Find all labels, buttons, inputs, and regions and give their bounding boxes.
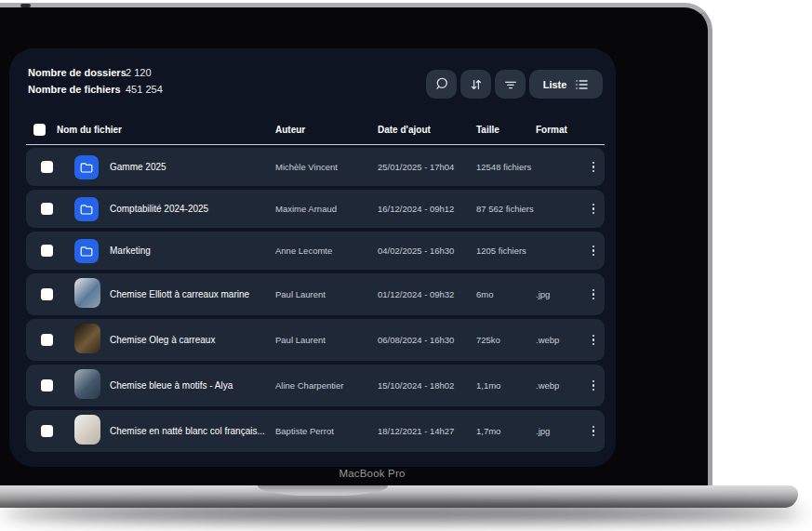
table-row[interactable]: Chemise en natté blanc col français... B… [26, 410, 605, 452]
row-icon-cell [74, 369, 110, 403]
file-date: 16/12/2024 - 09h12 [378, 204, 476, 214]
search-icon [433, 76, 449, 92]
column-header-name: Nom du fichier [57, 125, 275, 135]
file-date: 15/10/2024 - 18h02 [378, 380, 476, 391]
file-thumbnail [74, 278, 100, 308]
file-author: Aline Charpentier [275, 380, 378, 391]
folder-icon [74, 155, 99, 179]
file-date: 01/12/2024 - 09h32 [378, 289, 476, 299]
row-icon-cell [74, 155, 110, 179]
file-size: 1205 fichiers [476, 246, 536, 256]
file-thumbnail [74, 415, 100, 445]
file-date: 06/08/2024 - 16h30 [378, 335, 476, 345]
column-header-format: Format [536, 125, 605, 135]
row-checkbox[interactable] [41, 245, 53, 257]
file-size: 725ko [476, 335, 536, 345]
row-icon-cell [74, 415, 110, 448]
file-format: .webp [536, 335, 582, 345]
macbook-screen: Nombre de dossiers 2 120 Nombre de fichi… [0, 3, 712, 485]
macbook-base [0, 485, 798, 508]
macbook-mockup: Nombre de dossiers 2 120 Nombre de fichi… [0, 0, 812, 531]
table-row[interactable]: Gamme 2025 Michèle Vincent 25/01/2025 - … [26, 148, 605, 186]
files-count-value: 451 254 [126, 84, 163, 95]
row-checkbox[interactable] [41, 379, 53, 392]
file-format: .jpg [536, 426, 582, 436]
file-name: Comptabilité 2024-2025 [110, 204, 275, 214]
folders-count-label: Nombre de dossiers [28, 67, 116, 78]
row-icon-cell [74, 324, 110, 357]
row-menu-button[interactable] [590, 332, 597, 348]
file-date: 25/01/2025 - 17h04 [378, 162, 476, 172]
file-thumbnail [74, 369, 100, 399]
filter-icon [503, 77, 518, 92]
file-format: .webp [536, 380, 582, 391]
file-name: Chemise bleue à motifs - Alya [110, 380, 275, 391]
file-size: 1,1mo [476, 380, 536, 391]
toolbar: Liste [426, 70, 603, 99]
laptop-shadow [2, 507, 804, 520]
folder-icon [74, 239, 99, 263]
table-row[interactable]: Chemise Elliott à carreaux marine Paul L… [26, 273, 605, 315]
file-author: Paul Laurent [275, 335, 378, 345]
folders-count-value: 2 120 [126, 67, 163, 78]
row-menu-button[interactable] [590, 159, 597, 175]
table-header: Nom du fichier Auteur Date d'ajout Taill… [26, 121, 605, 138]
file-size: 87 562 fichiers [476, 204, 536, 214]
file-author: Michèle Vincent [275, 162, 378, 172]
files-count-label: Nombre de fichiers [28, 84, 116, 95]
row-menu-button[interactable] [590, 243, 597, 259]
file-format: .jpg [536, 289, 582, 299]
file-size: 6mo [476, 289, 536, 299]
row-checkbox[interactable] [41, 288, 53, 300]
macbook-lid-scoop [258, 485, 388, 496]
row-icon-cell [74, 239, 110, 263]
select-all-checkbox[interactable] [33, 124, 46, 136]
camera-dot [20, 4, 31, 7]
macbook-label: MacBook Pro [339, 468, 405, 479]
table-body: Gamme 2025 Michèle Vincent 25/01/2025 - … [26, 148, 605, 452]
column-header-size: Taille [476, 125, 536, 135]
file-thumbnail [74, 324, 100, 353]
row-icon-cell [74, 278, 110, 312]
row-menu-button[interactable] [590, 286, 597, 302]
file-date: 18/12/2021 - 14h27 [378, 426, 476, 436]
file-size: 1,7mo [476, 426, 536, 436]
file-author: Maxime Arnaud [275, 204, 378, 214]
row-checkbox[interactable] [41, 334, 53, 346]
file-manager-window: Nombre de dossiers 2 120 Nombre de fichi… [9, 48, 616, 467]
table-row[interactable]: Chemise Oleg à carreaux Paul Laurent 06/… [26, 319, 605, 361]
sort-icon [469, 77, 484, 92]
row-menu-button[interactable] [590, 378, 597, 393]
column-header-date: Date d'ajout [378, 125, 476, 135]
column-header-author: Auteur [275, 125, 378, 135]
filter-button[interactable] [495, 70, 526, 99]
file-author: Baptiste Perrot [275, 426, 378, 436]
table-row[interactable]: Chemise bleue à motifs - Alya Aline Char… [26, 365, 605, 406]
row-menu-button[interactable] [590, 201, 597, 217]
file-author: Paul Laurent [275, 289, 378, 299]
folder-icon [74, 197, 99, 221]
table-row[interactable]: Comptabilité 2024-2025 Maxime Arnaud 16/… [26, 190, 605, 228]
file-name: Chemise Elliott à carreaux marine [110, 289, 275, 299]
row-menu-button[interactable] [590, 423, 597, 439]
row-checkbox[interactable] [41, 161, 53, 173]
list-icon [575, 78, 589, 91]
file-name: Chemise Oleg à carreaux [110, 335, 275, 345]
file-name: Gamme 2025 [110, 162, 275, 172]
search-button[interactable] [426, 70, 457, 99]
sort-button[interactable] [460, 70, 491, 99]
file-name: Chemise en natté blanc col français... [110, 426, 275, 436]
file-name: Marketing [110, 246, 275, 256]
row-icon-cell [74, 197, 110, 221]
view-mode-label: Liste [543, 79, 567, 90]
row-checkbox[interactable] [41, 203, 53, 215]
file-date: 04/02/2025 - 16h30 [378, 246, 476, 256]
header-divider [26, 144, 605, 145]
view-mode-button[interactable]: Liste [529, 70, 603, 99]
file-size: 12548 fichiers [476, 162, 536, 172]
file-author: Anne Lecomte [275, 246, 378, 256]
row-checkbox[interactable] [41, 425, 53, 437]
table-row[interactable]: Marketing Anne Lecomte 04/02/2025 - 16h3… [26, 232, 605, 270]
library-stats: Nombre de dossiers 2 120 Nombre de fichi… [28, 67, 163, 95]
